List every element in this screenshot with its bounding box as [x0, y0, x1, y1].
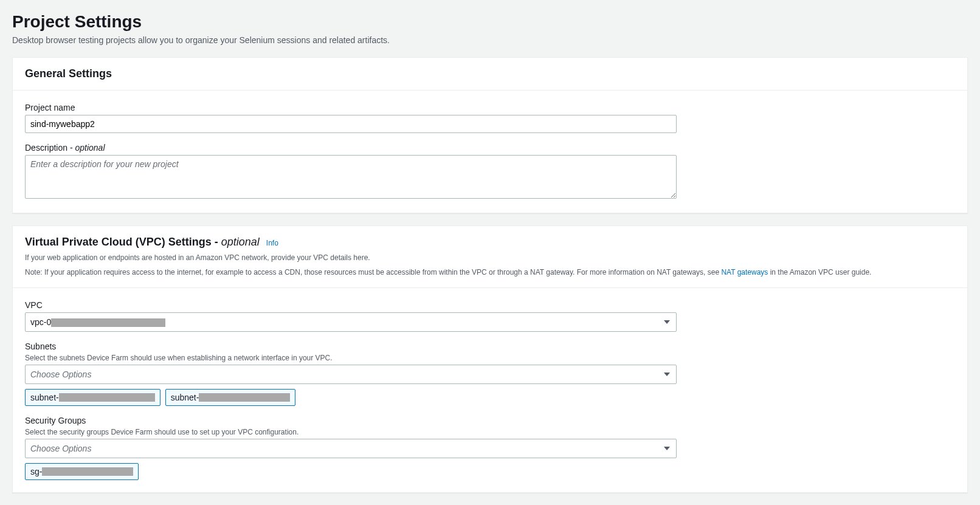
subnet-chip-1-redacted [59, 393, 155, 402]
security-group-chip-1-redacted [42, 467, 133, 476]
svg-marker-2 [664, 447, 670, 450]
caret-down-icon [664, 317, 670, 327]
caret-down-icon [664, 444, 670, 453]
subnet-chip-2[interactable]: subnet- [165, 389, 296, 406]
vpc-value-redacted [51, 318, 165, 327]
page-subtitle: Desktop browser testing projects allow y… [12, 35, 968, 45]
general-settings-panel: General Settings Project name Descriptio… [12, 57, 968, 213]
subnets-select[interactable]: Choose Options [25, 365, 677, 384]
vpc-label: VPC [25, 300, 955, 310]
vpc-settings-panel: Virtual Private Cloud (VPC) Settings - o… [12, 225, 968, 493]
nat-gateways-link[interactable]: NAT gateways [721, 268, 768, 277]
vpc-desc-2: Note: If your application requires acces… [25, 267, 955, 278]
description-textarea[interactable] [25, 155, 677, 199]
subnets-label: Subnets [25, 342, 955, 351]
subnets-hint: Select the subnets Device Farm should us… [25, 354, 955, 362]
project-name-input[interactable] [25, 115, 677, 133]
vpc-value-prefix: vpc-0 [30, 317, 51, 327]
page-title: Project Settings [12, 12, 968, 32]
vpc-info-link[interactable]: Info [266, 239, 278, 247]
security-groups-select[interactable]: Choose Options [25, 439, 677, 458]
subnet-chip-1[interactable]: subnet- [25, 389, 160, 406]
caret-down-icon [664, 369, 670, 379]
description-label: Description - optional [25, 143, 955, 153]
security-group-chip-1[interactable]: sg- [25, 463, 139, 480]
general-settings-heading: General Settings [25, 67, 955, 80]
vpc-desc-1: If your web application or endpoints are… [25, 252, 955, 263]
vpc-settings-heading: Virtual Private Cloud (VPC) Settings - o… [25, 236, 955, 249]
security-groups-label: Security Groups [25, 416, 955, 425]
project-name-label: Project name [25, 103, 955, 112]
security-groups-hint: Select the security groups Device Farm s… [25, 428, 955, 436]
svg-marker-1 [664, 373, 670, 376]
subnet-chip-2-redacted [199, 393, 290, 402]
vpc-select[interactable]: vpc-0 [25, 312, 677, 332]
svg-marker-0 [664, 320, 670, 324]
